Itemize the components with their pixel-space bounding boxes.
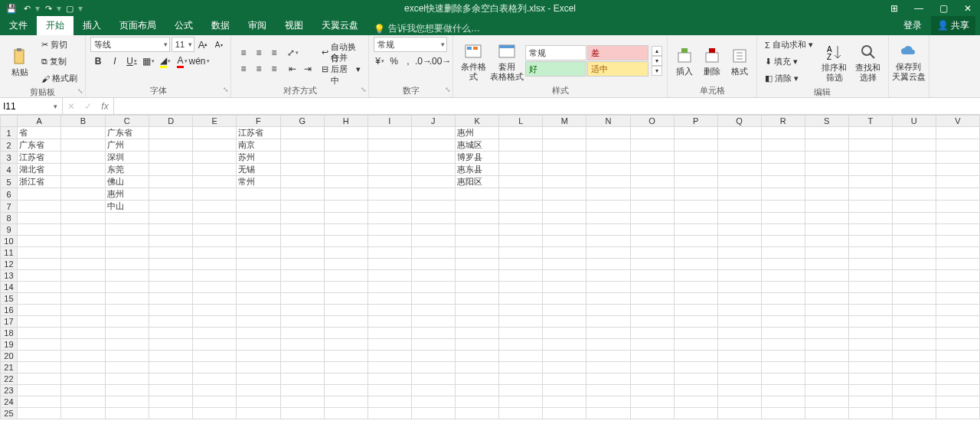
cell[interactable] xyxy=(892,247,936,259)
cell[interactable] xyxy=(237,316,281,328)
minimize-button[interactable]: — xyxy=(906,0,931,17)
cell[interactable] xyxy=(499,176,543,188)
tell-me[interactable]: 💡告诉我您想要做什么… xyxy=(368,22,486,35)
insert-cells-button[interactable]: 插入 xyxy=(672,45,697,76)
cell[interactable] xyxy=(280,396,324,408)
cell[interactable] xyxy=(324,408,368,419)
align-bottom-button[interactable]: ≡ xyxy=(266,45,282,60)
cell[interactable] xyxy=(543,385,586,396)
format-as-table-button[interactable]: 套用 表格格式 xyxy=(492,41,522,80)
cell[interactable] xyxy=(848,247,892,259)
cell[interactable] xyxy=(543,328,586,339)
cell[interactable] xyxy=(630,176,674,188)
cell[interactable]: 深圳 xyxy=(105,152,149,164)
cell[interactable] xyxy=(892,127,936,139)
enter-formula-button[interactable]: ✓ xyxy=(80,101,96,112)
cell[interactable] xyxy=(193,164,237,176)
cell[interactable] xyxy=(543,293,586,305)
cell[interactable] xyxy=(674,259,717,270)
cell[interactable] xyxy=(717,127,761,139)
cell[interactable] xyxy=(149,408,193,419)
align-center-button[interactable]: ≡ xyxy=(251,61,266,77)
column-header[interactable]: A xyxy=(17,116,61,127)
cell[interactable] xyxy=(761,176,805,188)
cell[interactable]: 广州 xyxy=(105,139,149,152)
cell[interactable] xyxy=(848,164,892,176)
cell[interactable] xyxy=(586,213,630,224)
cell[interactable] xyxy=(193,139,237,152)
cell[interactable] xyxy=(586,224,630,236)
cell[interactable] xyxy=(848,385,892,396)
cell[interactable] xyxy=(892,385,936,396)
cell[interactable] xyxy=(105,328,149,339)
cell[interactable] xyxy=(543,316,586,328)
cell[interactable] xyxy=(455,351,499,362)
cell[interactable] xyxy=(674,176,717,188)
cell[interactable] xyxy=(324,385,368,396)
cell[interactable] xyxy=(630,127,674,139)
cell[interactable]: 广东省 xyxy=(17,139,61,152)
name-box-dropdown[interactable]: ▾ xyxy=(49,103,61,110)
orientation-button[interactable]: ⤢ xyxy=(285,45,300,60)
cell[interactable] xyxy=(455,339,499,351)
cell[interactable] xyxy=(936,305,979,316)
name-box[interactable]: ▾ xyxy=(0,98,63,114)
cell[interactable] xyxy=(237,305,281,316)
cell[interactable] xyxy=(936,373,979,385)
row-header[interactable]: 4 xyxy=(1,164,18,176)
column-header[interactable]: I xyxy=(368,116,411,127)
cell[interactable] xyxy=(368,305,411,316)
cell[interactable] xyxy=(848,152,892,164)
cell[interactable] xyxy=(630,188,674,201)
cell[interactable] xyxy=(17,259,61,270)
save-icon[interactable]: 💾 xyxy=(5,2,18,15)
redo-icon[interactable]: ↷ xyxy=(41,2,55,15)
cell[interactable] xyxy=(761,213,805,224)
cell[interactable] xyxy=(848,259,892,270)
cell[interactable] xyxy=(237,201,281,213)
cell[interactable] xyxy=(237,247,281,259)
worksheet-grid[interactable]: ABCDEFGHIJKLMNOPQRSTUV1省广东省江苏省惠州2广东省广州南京… xyxy=(0,115,980,424)
cell[interactable] xyxy=(586,305,630,316)
cell[interactable] xyxy=(105,351,149,362)
decrease-indent-button[interactable]: ⇤ xyxy=(285,61,300,77)
cell[interactable] xyxy=(543,176,586,188)
cell[interactable] xyxy=(149,362,193,373)
align-right-button[interactable]: ≡ xyxy=(266,61,282,77)
cell[interactable] xyxy=(280,236,324,247)
cell[interactable] xyxy=(411,305,455,316)
cell[interactable] xyxy=(17,328,61,339)
cell[interactable] xyxy=(237,385,281,396)
cell[interactable] xyxy=(630,236,674,247)
cell[interactable] xyxy=(761,396,805,408)
cell[interactable] xyxy=(411,139,455,152)
cell[interactable] xyxy=(455,373,499,385)
cell[interactable] xyxy=(368,373,411,385)
undo-icon[interactable]: ↶ xyxy=(20,2,34,15)
row-header[interactable]: 19 xyxy=(1,339,18,351)
cell[interactable] xyxy=(193,224,237,236)
cell[interactable] xyxy=(717,339,761,351)
row-header[interactable]: 12 xyxy=(1,259,18,270)
cell[interactable] xyxy=(280,139,324,152)
cell[interactable] xyxy=(193,385,237,396)
cell[interactable] xyxy=(499,293,543,305)
cell[interactable] xyxy=(543,213,586,224)
cell[interactable] xyxy=(805,236,848,247)
cell[interactable] xyxy=(586,351,630,362)
cell[interactable] xyxy=(848,362,892,373)
number-format-combo[interactable]: 常规 xyxy=(374,37,447,52)
cell[interactable] xyxy=(674,351,717,362)
row-header[interactable]: 6 xyxy=(1,188,18,201)
cell[interactable] xyxy=(936,408,979,419)
cell[interactable] xyxy=(149,282,193,293)
cell[interactable] xyxy=(280,385,324,396)
cell[interactable] xyxy=(368,385,411,396)
cell[interactable] xyxy=(805,373,848,385)
clear-button[interactable]: ◧清除 ▾ xyxy=(762,70,816,86)
cell[interactable] xyxy=(105,224,149,236)
cell[interactable] xyxy=(193,351,237,362)
cell[interactable] xyxy=(848,408,892,419)
cell[interactable] xyxy=(280,362,324,373)
cell[interactable] xyxy=(848,373,892,385)
